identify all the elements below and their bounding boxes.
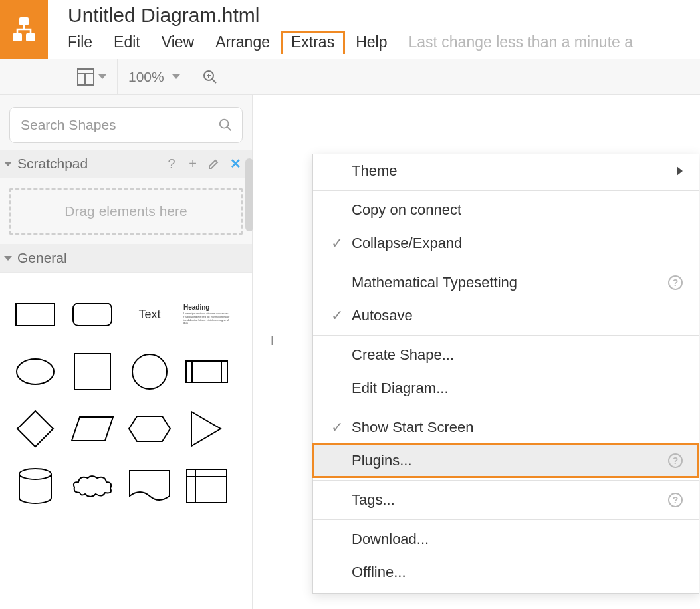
menu-item-create-shape[interactable]: Create Shape... <box>313 338 699 372</box>
menu-extras[interactable]: Extras <box>281 31 345 54</box>
svg-marker-21 <box>72 417 113 441</box>
add-icon[interactable]: + <box>185 156 200 171</box>
svg-point-16 <box>132 354 167 389</box>
layout-icon <box>77 68 94 86</box>
svg-rect-0 <box>19 17 29 25</box>
section-scratchpad-header[interactable]: Scratchpad ? + ✕ <box>0 150 252 178</box>
menu-separator <box>313 480 699 481</box>
extras-dropdown: Theme Copy on connect ✓ Collapse/Expand … <box>312 154 699 594</box>
collapse-icon <box>4 162 12 166</box>
general-title: General <box>17 250 67 266</box>
close-icon[interactable]: ✕ <box>228 156 243 171</box>
caret-down-icon <box>98 74 106 79</box>
drawio-logo-icon <box>9 15 39 44</box>
menu-item-copy-on-connect[interactable]: Copy on connect <box>313 193 699 227</box>
shape-ellipse[interactable] <box>7 343 64 400</box>
svg-marker-20 <box>17 411 53 447</box>
menu-item-label: Tags... <box>348 491 656 509</box>
toolbar-zoom[interactable]: 100% <box>118 59 191 94</box>
menu-item-label: Edit Diagram... <box>348 380 683 397</box>
search-icon <box>218 118 233 132</box>
menu-separator <box>313 519 699 520</box>
shape-triangle[interactable] <box>178 400 235 457</box>
scratchpad-dropzone[interactable]: Drag elements here <box>9 188 243 235</box>
shape-parallelogram[interactable] <box>64 400 121 457</box>
svg-rect-12 <box>16 303 55 326</box>
help-icon[interactable]: ? <box>164 156 179 171</box>
shape-diamond[interactable] <box>7 400 64 457</box>
zoom-value: 100% <box>128 69 168 85</box>
menu-item-label: Autosave <box>348 307 683 324</box>
help-icon[interactable]: ? <box>668 453 683 468</box>
sidebar: Scratchpad ? + ✕ Drag elements here Gene… <box>0 95 253 609</box>
collapse-icon <box>4 256 12 261</box>
menu-item-autosave[interactable]: ✓ Autosave <box>313 299 699 332</box>
menu-item-edit-diagram[interactable]: Edit Diagram... <box>313 372 699 405</box>
help-icon[interactable]: ? <box>668 275 683 290</box>
shape-text-label: Text <box>138 308 160 322</box>
main: Scratchpad ? + ✕ Drag elements here Gene… <box>0 95 700 609</box>
shape-document[interactable] <box>121 457 178 515</box>
menu-item-label: Download... <box>348 531 683 548</box>
menu-item-plugins[interactable]: Plugins... ? <box>313 444 699 477</box>
shape-heading[interactable]: Heading Lorem ipsum dolor sit amet conse… <box>178 286 235 343</box>
menu-separator <box>313 335 699 336</box>
shape-process[interactable] <box>178 343 235 400</box>
dropzone-text: Drag elements here <box>64 203 187 219</box>
caret-down-icon <box>172 74 180 79</box>
menu-item-collapse-expand[interactable]: ✓ Collapse/Expand <box>313 227 699 260</box>
toolbar-layout-button[interactable] <box>66 59 117 94</box>
shape-cloud[interactable] <box>64 457 121 515</box>
menu-arrange[interactable]: Arrange <box>205 31 281 54</box>
app-logo[interactable] <box>0 0 48 59</box>
svg-marker-22 <box>129 416 170 441</box>
svg-line-11 <box>227 127 231 131</box>
splitter-handle[interactable]: || <box>270 334 272 345</box>
menu-item-label: Theme <box>348 162 677 180</box>
menubar: File Edit View Arrange Extras Help Last … <box>68 31 700 54</box>
shape-rect-rounded[interactable] <box>64 286 121 343</box>
menu-separator <box>313 190 699 191</box>
menu-separator <box>313 263 699 263</box>
shape-cylinder[interactable] <box>7 457 64 515</box>
menu-item-show-start-screen[interactable]: ✓ Show Start Screen <box>313 411 699 444</box>
shape-heading-body: Lorem ipsum dolor sit amet consectetur a… <box>183 312 230 325</box>
menu-item-math-typesetting[interactable]: Mathematical Typesetting ? <box>313 266 699 299</box>
menu-item-label: Show Start Screen <box>348 419 683 436</box>
shape-text[interactable]: Text <box>121 286 178 343</box>
scratchpad-title: Scratchpad <box>17 156 88 172</box>
submenu-arrow-icon <box>677 166 683 176</box>
svg-rect-2 <box>26 33 35 41</box>
search-input[interactable] <box>19 116 218 134</box>
section-general-header[interactable]: General <box>0 244 252 272</box>
menu-item-tags[interactable]: Tags... ? <box>313 483 699 517</box>
menu-item-theme[interactable]: Theme <box>313 154 699 187</box>
check-icon: ✓ <box>326 419 348 436</box>
shape-square[interactable] <box>64 343 121 400</box>
menu-item-label: Create Shape... <box>348 346 683 364</box>
menu-separator <box>313 408 699 408</box>
zoom-in-icon <box>202 69 218 85</box>
menu-file[interactable]: File <box>68 31 103 54</box>
svg-point-10 <box>220 120 229 128</box>
scrollbar-thumb[interactable] <box>245 158 253 231</box>
menu-item-download[interactable]: Download... <box>313 523 699 556</box>
shape-rect-small[interactable] <box>7 286 64 343</box>
save-status: Last change less than a minute a <box>398 33 633 51</box>
menu-edit[interactable]: Edit <box>103 31 151 54</box>
shape-heading-label: Heading <box>183 304 230 311</box>
menu-view[interactable]: View <box>151 31 205 54</box>
menu-help[interactable]: Help <box>345 31 398 54</box>
document-title[interactable]: Untitled Diagram.html <box>68 4 700 27</box>
toolbar-zoom-in[interactable] <box>191 59 229 94</box>
title-area: Untitled Diagram.html File Edit View Arr… <box>48 0 700 59</box>
search-wrap <box>0 95 252 150</box>
help-icon[interactable]: ? <box>668 493 683 507</box>
shape-circle[interactable] <box>121 343 178 400</box>
menu-item-offline[interactable]: Offline... <box>313 556 699 589</box>
svg-point-24 <box>19 469 51 479</box>
edit-icon[interactable] <box>207 156 221 171</box>
shape-internal-storage[interactable] <box>178 457 235 515</box>
shape-hexagon[interactable] <box>121 400 178 457</box>
menu-item-label: Plugins... <box>348 452 656 469</box>
